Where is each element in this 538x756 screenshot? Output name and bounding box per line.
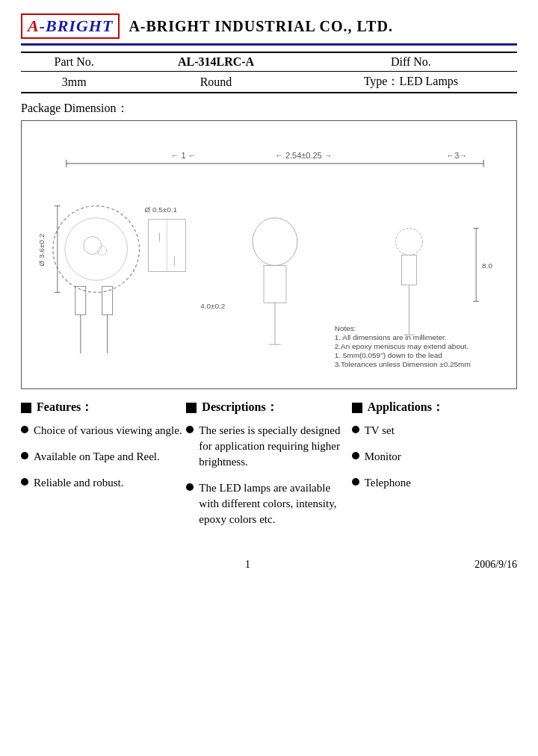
feature-item-2: Available on Tape and Reel. bbox=[21, 449, 186, 465]
bullet-icon bbox=[21, 478, 28, 486]
bullet-icon bbox=[21, 426, 28, 433]
svg-text:Ø 3.6±0.2: Ø 3.6±0.2 bbox=[37, 233, 46, 266]
shape-value: Round bbox=[127, 72, 304, 93]
descriptions-col: Descriptions： The series is specially de… bbox=[186, 400, 351, 538]
led-diagram-svg: ← 1 ← ← 2.54±0.25 → ←3→ Ø 3.6±0.2 Ø 0.5±… bbox=[22, 121, 516, 388]
applications-list: TV set Monitor Telephone bbox=[352, 423, 517, 491]
company-name: A-BRIGHT INDUSTRIAL CO., LTD. bbox=[129, 18, 393, 35]
application-text-2: Monitor bbox=[365, 449, 401, 465]
svg-text:4.0±0.2: 4.0±0.2 bbox=[200, 302, 226, 310]
diagram-box: ← 1 ← ← 2.54±0.25 → ←3→ Ø 3.6±0.2 Ø 0.5±… bbox=[21, 120, 517, 389]
feature-text-3: Reliable and robust. bbox=[34, 475, 123, 491]
feature-text-1: Choice of various viewing angle. bbox=[34, 423, 182, 439]
svg-text:←  2.54±0.25  →: ← 2.54±0.25 → bbox=[275, 151, 333, 160]
feature-item-3: Reliable and robust. bbox=[21, 475, 186, 491]
features-list: Choice of various viewing angle. Availab… bbox=[21, 423, 186, 491]
svg-text:3.Tolerances unless Dimension : 3.Tolerances unless Dimension ±0.25mm bbox=[335, 360, 471, 368]
feature-text-2: Available on Tape and Reel. bbox=[34, 449, 160, 465]
features-col: Features： Choice of various viewing angl… bbox=[21, 400, 186, 538]
descriptions-sq-icon bbox=[186, 403, 197, 413]
logo-box: A-BRIGHT bbox=[21, 13, 120, 39]
description-item-1: The series is specially designed for app… bbox=[186, 423, 351, 470]
svg-text:2.An epoxy meniscus may extend: 2.An epoxy meniscus may extend about. bbox=[335, 342, 469, 350]
size-value: 3mm bbox=[21, 72, 127, 93]
svg-text:← 1 ←: ← 1 ← bbox=[170, 151, 196, 160]
descriptions-header: Descriptions： bbox=[186, 400, 351, 415]
logo-a: A bbox=[28, 16, 40, 35]
bullet-icon bbox=[186, 483, 194, 491]
application-item-3: Telephone bbox=[352, 475, 517, 491]
svg-rect-25 bbox=[264, 265, 286, 303]
bullet-icon bbox=[352, 478, 359, 486]
application-text-3: Telephone bbox=[365, 475, 411, 491]
page-footer: 1 2006/9/16 bbox=[21, 559, 517, 571]
svg-text:1. 5mm(0.059") down to the lea: 1. 5mm(0.059") down to the lead bbox=[335, 351, 442, 359]
descriptions-list: The series is specially designed for app… bbox=[186, 423, 351, 527]
page-header: A-BRIGHT A-BRIGHT INDUSTRIAL CO., LTD. bbox=[21, 13, 517, 46]
bullet-icon bbox=[21, 452, 28, 459]
svg-point-28 bbox=[395, 229, 422, 255]
svg-point-3 bbox=[98, 247, 107, 255]
bullet-icon bbox=[352, 426, 359, 433]
features-label: Features： bbox=[37, 400, 93, 415]
description-text-2: The LED lamps are available with differe… bbox=[199, 480, 351, 527]
features-sq-icon bbox=[21, 403, 31, 413]
features-header: Features： bbox=[21, 400, 186, 415]
svg-text:8.0: 8.0 bbox=[482, 261, 492, 270]
svg-rect-29 bbox=[401, 255, 416, 285]
svg-text:Ø 0.5±0.1: Ø 0.5±0.1 bbox=[145, 205, 178, 214]
feature-item-1: Choice of various viewing angle. bbox=[21, 423, 186, 439]
svg-point-2 bbox=[84, 237, 102, 255]
svg-text:1. All dimensions are in milli: 1. All dimensions are in millimeter. bbox=[335, 333, 447, 341]
part-no-label: Part No. bbox=[21, 52, 127, 72]
part-info-table: Part No. AL-314LRC-A Diff No. 3mm Round … bbox=[21, 52, 517, 93]
part-no-value: AL-314LRC-A bbox=[127, 52, 304, 72]
page-number: 1 bbox=[245, 559, 250, 571]
svg-point-1 bbox=[65, 218, 128, 281]
svg-point-0 bbox=[53, 206, 140, 293]
footer-date: 2006/9/16 bbox=[474, 559, 517, 571]
svg-rect-5 bbox=[102, 286, 113, 315]
description-text-1: The series is specially designed for app… bbox=[199, 423, 351, 470]
application-item-1: TV set bbox=[352, 423, 517, 439]
description-item-2: The LED lamps are available with differe… bbox=[186, 480, 351, 527]
package-label: Package Dimension： bbox=[21, 101, 517, 117]
applications-col: Applications： TV set Monitor Telephone bbox=[352, 400, 517, 538]
application-item-2: Monitor bbox=[352, 449, 517, 465]
logo-bright: -BRIGHT bbox=[40, 16, 114, 35]
diff-no-label: Diff No. bbox=[305, 52, 517, 72]
applications-header: Applications： bbox=[352, 400, 517, 415]
type-value: Type：LED Lamps bbox=[305, 72, 517, 93]
svg-text:←3→: ←3→ bbox=[446, 151, 467, 160]
applications-label: Applications： bbox=[368, 400, 444, 415]
bullet-icon bbox=[352, 452, 359, 459]
bullet-icon bbox=[186, 426, 194, 433]
svg-text:Notes:: Notes: bbox=[335, 324, 356, 332]
descriptions-label: Descriptions： bbox=[202, 400, 277, 415]
applications-sq-icon bbox=[352, 403, 362, 413]
svg-point-24 bbox=[253, 218, 297, 266]
application-text-1: TV set bbox=[365, 423, 395, 439]
three-col-section: Features： Choice of various viewing angl… bbox=[21, 400, 517, 538]
logo-text: A-BRIGHT bbox=[28, 16, 113, 36]
